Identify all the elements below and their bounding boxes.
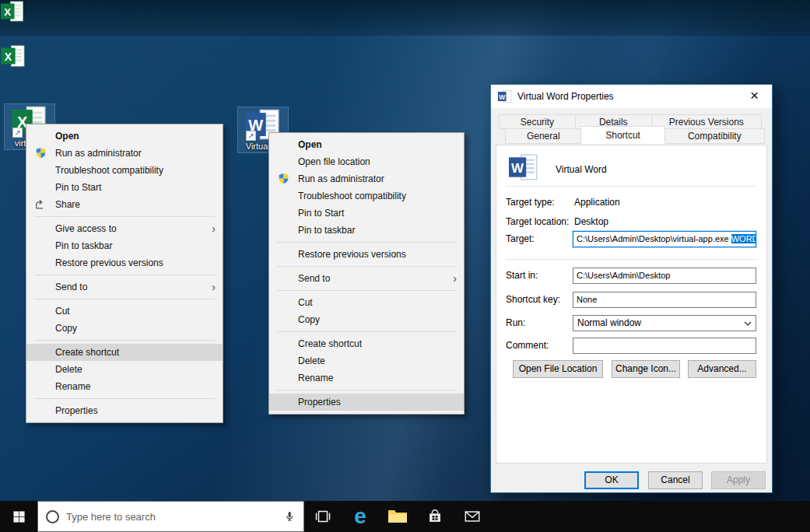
apply-button[interactable]: Apply	[711, 471, 766, 489]
shortcut-key-input[interactable]: None	[573, 292, 756, 308]
menu-item[interactable]: Pin to taskbar	[269, 222, 464, 239]
tab[interactable]: General	[505, 128, 581, 144]
menu-separator	[277, 242, 456, 243]
menu-item[interactable]: Create shortcut	[26, 344, 223, 361]
target-type-value: Application	[574, 197, 620, 208]
microphone-icon[interactable]	[283, 509, 296, 524]
menu-item-label: Copy	[55, 323, 77, 334]
menu-item[interactable]: Run as administrator	[269, 170, 464, 187]
edge-button[interactable]: e	[342, 501, 379, 532]
menu-item[interactable]: Copy	[269, 311, 464, 328]
submenu-arrow-icon: ›	[212, 278, 216, 296]
menu-item[interactable]: Properties	[26, 402, 223, 419]
share-icon	[35, 198, 47, 211]
submenu-arrow-icon: ›	[212, 220, 216, 237]
wallpaper-top-band	[0, 0, 810, 36]
task-view-icon	[314, 507, 332, 526]
properties-dialog: W Virtual Word Properties × Security Det…	[490, 84, 773, 493]
task-view-button[interactable]	[304, 501, 342, 532]
menu-item-label: Share	[55, 199, 80, 210]
desktop-icon-partial[interactable]: X	[1, 45, 26, 69]
menu-item[interactable]: Rename	[26, 378, 223, 395]
mail-button[interactable]	[454, 501, 491, 532]
menu-item[interactable]: Delete	[26, 361, 223, 378]
comment-input[interactable]	[573, 338, 756, 354]
menu-item-label: Send to	[55, 282, 87, 292]
menu-item-label: Cut	[298, 297, 313, 308]
separator	[506, 259, 757, 260]
menu-item[interactable]: Open file location	[269, 153, 464, 170]
tab-label: Shortcut	[605, 130, 640, 141]
close-button[interactable]: ×	[737, 85, 772, 108]
mail-icon	[463, 508, 482, 525]
menu-separator	[34, 216, 215, 217]
taskbar-search[interactable]: Type here to search	[37, 501, 304, 532]
menu-item[interactable]: Run as administrator	[26, 145, 223, 162]
menu-item[interactable]: Create shortcut	[269, 335, 464, 352]
menu-item[interactable]: Open	[269, 136, 464, 153]
menu-item[interactable]: Send to ›	[26, 278, 223, 296]
tab[interactable]: Security	[499, 114, 576, 129]
shortcut-key-label: Shortcut key:	[506, 294, 560, 305]
run-dropdown[interactable]: Normal window	[573, 315, 756, 331]
menu-item-label: Pin to Start	[55, 182, 101, 193]
advanced-button[interactable]: Advanced...	[688, 360, 756, 378]
menu-item[interactable]: Rename	[269, 369, 464, 387]
menu-separator	[34, 398, 215, 399]
store-button[interactable]	[416, 501, 454, 532]
menu-item[interactable]: Cut	[269, 294, 464, 311]
dialog-title: Virtual Word Properties	[517, 91, 737, 102]
menu-item-label: Cut	[55, 306, 70, 317]
menu-item-label: Open file location	[298, 156, 370, 167]
chevron-down-icon	[744, 321, 752, 326]
menu-item[interactable]: Pin to Start	[269, 205, 464, 222]
menu-item[interactable]: Troubleshoot compatibility	[269, 187, 464, 205]
menu-item[interactable]: Pin to taskbar	[26, 237, 223, 254]
menu-item[interactable]: Properties	[269, 394, 464, 411]
folder-icon	[387, 508, 408, 525]
menu-item[interactable]: Share	[26, 196, 223, 213]
excel-icon: X	[1, 45, 26, 67]
shortcut-arrow-icon: ↗	[246, 131, 256, 141]
menu-separator	[34, 299, 215, 299]
tab-label: Compatibility	[688, 131, 742, 142]
shield-icon	[35, 147, 47, 159]
menu-item[interactable]: Cut	[26, 303, 223, 320]
menu-item[interactable]: Send to ›	[269, 270, 464, 287]
menu-item-label: Create shortcut	[298, 338, 362, 349]
ok-button[interactable]: OK	[584, 471, 639, 489]
target-input[interactable]: C:\Users\Admin\Desktop\virtual-app.exe W…	[573, 231, 756, 247]
menu-item[interactable]: Restore previous versions	[269, 246, 464, 263]
tab[interactable]: Previous Versions	[651, 114, 762, 129]
menu-item[interactable]: Give access to ›	[26, 220, 223, 237]
menu-item-label: Copy	[298, 314, 320, 325]
tab[interactable]: Compatibility	[664, 128, 765, 144]
shortcut-name: Virtual Word	[556, 164, 607, 175]
excel-icon: X	[1, 1, 24, 22]
menu-item-label: Send to	[298, 273, 330, 284]
menu-item-label: Restore previous versions	[55, 257, 163, 268]
menu-item[interactable]: Restore previous versions	[26, 254, 223, 271]
cancel-button[interactable]: Cancel	[648, 471, 703, 489]
start-button[interactable]	[0, 501, 37, 532]
desktop-icon-partial[interactable]: X	[1, 1, 24, 24]
menu-item[interactable]: Troubleshoot compatibility	[26, 162, 223, 179]
menu-item-label: Run as administrator	[55, 148, 142, 159]
file-explorer-button[interactable]	[379, 501, 416, 532]
menu-item-label: Pin to taskbar	[298, 225, 355, 236]
menu-item[interactable]: Open	[26, 128, 223, 145]
menu-item-label: Delete	[298, 355, 325, 366]
open-file-location-button[interactable]: Open File Location	[513, 360, 603, 378]
svg-text:W: W	[499, 93, 506, 101]
menu-item[interactable]: Delete	[269, 352, 464, 369]
target-text: C:\Users\Admin\Desktop\virtual-app.exe	[577, 234, 731, 243]
menu-item-label: Restore previous versions	[298, 249, 406, 260]
menu-item-label: Properties	[298, 397, 341, 408]
change-icon-button[interactable]: Change Icon...	[612, 360, 680, 378]
start-in-input[interactable]: C:\Users\Admin\Desktop	[573, 268, 756, 284]
tab[interactable]: Shortcut	[580, 126, 664, 144]
menu-item-label: Rename	[55, 381, 90, 392]
menu-item-label: Rename	[298, 373, 333, 383]
menu-item[interactable]: Copy	[26, 320, 223, 337]
menu-item[interactable]: Pin to Start	[26, 179, 223, 196]
